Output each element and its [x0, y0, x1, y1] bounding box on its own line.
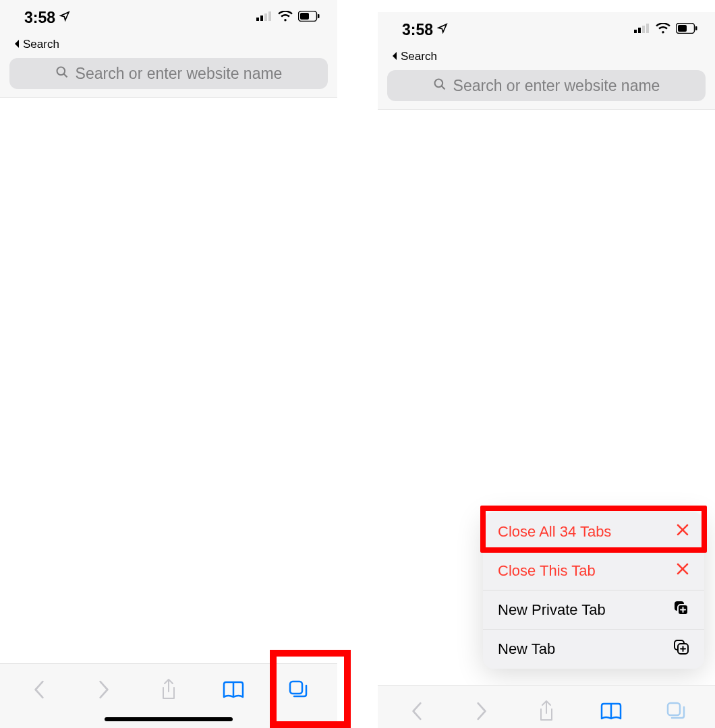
search-icon — [55, 65, 69, 83]
svg-point-17 — [434, 79, 442, 87]
phone-screenshot-left: 3:58 Search Search or en — [0, 0, 337, 728]
back-to-app-label: Search — [401, 50, 437, 63]
svg-line-18 — [441, 86, 445, 89]
status-bar: 3:58 — [378, 12, 715, 47]
screenshot-divider — [337, 0, 378, 728]
close-icon — [676, 523, 689, 541]
svg-rect-12 — [642, 26, 645, 33]
svg-rect-1 — [260, 16, 263, 21]
tabs-button[interactable] — [278, 676, 318, 703]
address-bar-placeholder: Search or enter website name — [76, 65, 283, 83]
new-tab-plus-icon — [673, 600, 689, 620]
wifi-icon — [656, 23, 670, 36]
svg-rect-16 — [695, 26, 697, 30]
menu-label: Close This Tab — [498, 562, 596, 580]
close-icon — [676, 562, 689, 580]
phone-screenshot-right: 3:58 Search Search or en — [378, 12, 715, 728]
back-button[interactable] — [19, 676, 59, 703]
menu-label: New Private Tab — [498, 601, 606, 619]
svg-rect-11 — [638, 28, 641, 33]
battery-icon — [676, 23, 697, 36]
svg-rect-13 — [646, 24, 649, 33]
address-bar-placeholder: Search or enter website name — [453, 77, 660, 95]
chevron-left-icon — [13, 38, 20, 51]
status-time: 3:58 — [24, 9, 55, 27]
svg-rect-2 — [264, 13, 267, 21]
svg-rect-31 — [668, 703, 680, 715]
bottom-toolbar — [378, 685, 715, 728]
bookmarks-button[interactable] — [213, 676, 254, 703]
tabs-context-menu: Close All 34 Tabs Close This Tab New Pri… — [483, 512, 704, 669]
cellular-icon — [634, 24, 650, 36]
chevron-left-icon — [391, 50, 398, 63]
svg-rect-9 — [290, 681, 302, 694]
address-bar-container: Search or enter website name — [378, 66, 715, 110]
menu-new-tab[interactable]: New Tab — [483, 630, 704, 669]
location-icon — [59, 11, 70, 24]
home-indicator — [105, 717, 233, 721]
svg-rect-15 — [678, 25, 687, 32]
location-icon — [437, 23, 448, 36]
svg-point-7 — [57, 67, 65, 75]
battery-icon — [298, 11, 320, 24]
status-time: 3:58 — [402, 21, 433, 39]
svg-rect-6 — [318, 14, 320, 18]
menu-label: New Tab — [498, 640, 555, 658]
cellular-icon — [256, 11, 273, 24]
svg-rect-3 — [268, 11, 271, 21]
svg-rect-10 — [634, 30, 637, 33]
back-to-app-button[interactable]: Search — [378, 47, 715, 66]
address-bar[interactable]: Search or enter website name — [387, 70, 706, 101]
new-tab-plus-icon — [673, 639, 689, 659]
back-to-app-button[interactable]: Search — [0, 35, 337, 54]
menu-label: Close All 34 Tabs — [498, 523, 611, 541]
menu-close-this-tab[interactable]: Close This Tab — [483, 551, 704, 590]
svg-rect-5 — [300, 13, 309, 20]
menu-close-all-tabs[interactable]: Close All 34 Tabs — [483, 512, 704, 551]
address-bar[interactable]: Search or enter website name — [9, 58, 328, 89]
wifi-icon — [278, 11, 293, 24]
address-bar-container: Search or enter website name — [0, 54, 337, 98]
forward-button[interactable] — [461, 698, 502, 725]
status-bar: 3:58 — [0, 0, 337, 35]
search-icon — [433, 77, 447, 95]
bookmarks-button[interactable] — [591, 698, 631, 725]
share-button[interactable] — [526, 698, 567, 725]
menu-new-private-tab[interactable]: New Private Tab — [483, 590, 704, 630]
forward-button[interactable] — [84, 676, 124, 703]
back-button[interactable] — [397, 698, 437, 725]
tabs-button[interactable] — [656, 698, 696, 725]
svg-rect-0 — [256, 18, 259, 21]
back-to-app-label: Search — [23, 38, 59, 51]
share-button[interactable] — [148, 676, 189, 703]
svg-line-8 — [63, 73, 67, 77]
